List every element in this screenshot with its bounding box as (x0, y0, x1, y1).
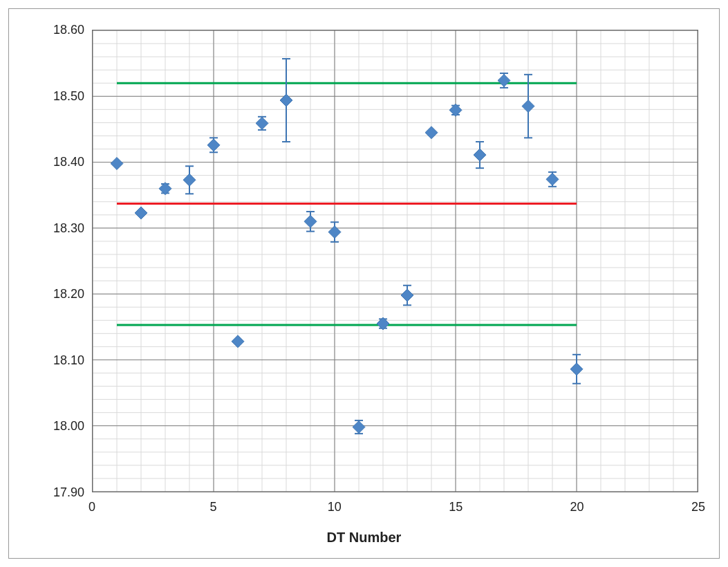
data-point (256, 117, 268, 129)
plot-svg (93, 30, 698, 492)
y-tick-label: 18.40 (53, 155, 84, 169)
data-point (401, 289, 413, 301)
y-tick-label: 18.10 (53, 353, 84, 367)
data-point (474, 149, 486, 161)
y-tick-label: 18.50 (53, 89, 84, 103)
y-tick-label: 18.00 (53, 419, 84, 434)
data-point (159, 183, 171, 195)
grid-major (93, 30, 698, 492)
grid-minor (93, 30, 698, 492)
error-bars (161, 59, 581, 434)
x-tick-label: 5 (209, 500, 216, 514)
data-point (304, 215, 317, 227)
reference-lines (117, 83, 577, 325)
x-tick-label: 15 (449, 500, 463, 514)
chart-frame: Integrated Field Gradient [kG] DT Number… (8, 8, 720, 559)
x-tick-label: 0 (88, 500, 95, 514)
chart-outer-frame: Integrated Field Gradient [kG] DT Number… (0, 0, 728, 567)
x-tick-label: 25 (691, 500, 705, 514)
data-point (280, 94, 292, 106)
data-point (546, 173, 559, 185)
data-point (377, 317, 389, 330)
plot-area (92, 30, 698, 492)
data-point (498, 74, 510, 86)
x-axis-ticks: 0510152025 (92, 496, 698, 517)
x-tick-label: 10 (328, 500, 342, 514)
data-point (328, 226, 341, 239)
data-point (207, 139, 220, 151)
data-points (111, 74, 583, 433)
data-point (353, 421, 365, 434)
data-point (522, 100, 534, 113)
y-tick-label: 18.60 (53, 23, 84, 37)
y-axis-ticks: 17.9018.0018.1018.2018.3018.4018.5018.60 (47, 30, 88, 492)
y-tick-label: 18.30 (53, 221, 84, 235)
data-point (425, 127, 438, 139)
data-point (135, 207, 147, 219)
data-point (449, 104, 462, 116)
data-point (232, 335, 244, 348)
y-tick-label: 17.90 (53, 485, 84, 500)
x-tick-label: 20 (570, 500, 584, 514)
x-axis-label: DT Number (327, 530, 402, 546)
data-point (570, 363, 583, 375)
data-point (111, 158, 123, 170)
y-tick-label: 18.20 (53, 287, 84, 301)
